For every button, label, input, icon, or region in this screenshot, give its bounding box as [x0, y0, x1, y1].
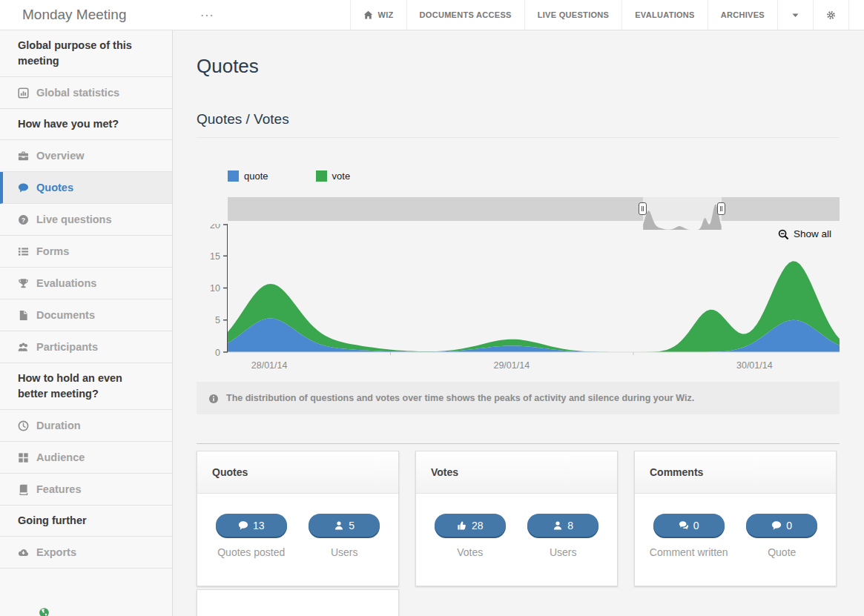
- sidebar: Global purpose of this meetingGlobal sta…: [0, 30, 173, 616]
- stat-pill-quote[interactable]: 0: [746, 514, 817, 537]
- sidebar-item-features[interactable]: Features: [0, 474, 172, 506]
- range-slider[interactable]: [228, 197, 840, 221]
- nav-item-archives[interactable]: ARCHIVES: [708, 0, 777, 30]
- svg-text:29/01/14: 29/01/14: [493, 360, 530, 371]
- stat-label: Quotes posted: [217, 545, 285, 560]
- sidebar-item-global-statistics[interactable]: Global statistics: [0, 77, 172, 109]
- sidebar-item-live-questions[interactable]: ?Live questions: [0, 204, 172, 236]
- sidebar-item-label: Participants: [36, 340, 98, 354]
- nav-item-label: WIZ: [377, 10, 393, 19]
- nav-item-evaluations[interactable]: EVALUATIONS: [621, 0, 708, 30]
- card-body: 0Comment written0Quote: [635, 494, 836, 586]
- card-title: Quotes: [197, 451, 398, 494]
- quotes-votes-chart: 0510152028/01/1429/01/1430/01/14: [197, 224, 840, 374]
- file-icon: [18, 310, 29, 321]
- stat-value: 28: [472, 520, 484, 531]
- title-ellipsis[interactable]: ...: [200, 4, 214, 20]
- stat-users: 5Users: [298, 514, 392, 560]
- nav-item-label: DOCUMENTS ACCESS: [420, 10, 512, 19]
- section-divider: [197, 443, 840, 444]
- legend-label: vote: [332, 170, 351, 182]
- stat-label: Votes: [457, 545, 483, 560]
- card-body: 13Quotes posted5Users: [197, 494, 398, 586]
- stat-pill-votes[interactable]: 28: [435, 514, 506, 537]
- card-title: Comments: [635, 451, 836, 494]
- stat-cards: Quotes13Quotes posted5UsersVotes28Votes8…: [197, 451, 840, 616]
- stat-label: Users: [331, 545, 358, 560]
- sidebar-item-label: Exports: [36, 545, 76, 560]
- sidebar-item-evaluations[interactable]: Evaluations: [0, 268, 172, 299]
- sidebar-header-global-purpose-of-this-meeting: Global purpose of this meeting: [0, 30, 172, 77]
- stat-label: Comment written: [650, 545, 728, 560]
- stat-value: 0: [693, 520, 699, 531]
- sidebar-item-label: Evaluations: [36, 276, 96, 291]
- briefcase-icon: [18, 150, 29, 162]
- card-comments: Comments0Comment written0Quote: [634, 451, 837, 586]
- nav-item-wiz[interactable]: WIZ: [350, 0, 406, 30]
- chart-area: quotevote Show all 0510152028/01/1429/01…: [197, 166, 840, 374]
- sidebar-item-exports[interactable]: Exports: [0, 537, 172, 569]
- legend-swatch-vote: [316, 170, 327, 182]
- slider-handle-right[interactable]: [717, 202, 725, 215]
- thumbs-up-icon: [457, 520, 467, 531]
- zoom-out-icon: [778, 229, 789, 240]
- sidebar-item-label: Forms: [36, 244, 69, 259]
- sidebar-item-participants[interactable]: Participants: [0, 331, 172, 363]
- sidebar-item-overview[interactable]: Overview: [0, 140, 172, 172]
- trophy-icon: [18, 278, 29, 289]
- stat-pill-quotes-posted[interactable]: 13: [216, 514, 287, 537]
- card-partial-below-fold: [197, 589, 399, 616]
- legend-item-quote[interactable]: quote: [228, 170, 268, 182]
- comment-icon: [238, 520, 248, 531]
- svg-text:28/01/14: 28/01/14: [251, 360, 288, 371]
- user-icon: [334, 520, 344, 531]
- nav-item-documents-access[interactable]: DOCUMENTS ACCESS: [406, 0, 524, 30]
- svg-text:15: 15: [210, 251, 220, 262]
- info-note: The distribution of questions and votes …: [197, 382, 840, 414]
- nav-item-dropdown[interactable]: [777, 0, 813, 30]
- sidebar-item-documents[interactable]: Documents: [0, 299, 172, 331]
- home-icon: [363, 10, 373, 20]
- cloud-download-icon: [18, 547, 29, 558]
- sidebar-item-label: Overview: [36, 148, 85, 163]
- sidebar-footer: [0, 569, 172, 616]
- show-all-button[interactable]: Show all: [778, 228, 831, 240]
- nav-item-label: LIVE QUESTIONS: [538, 10, 610, 19]
- stat-pill-comment-written[interactable]: 0: [653, 514, 725, 537]
- book-icon: [18, 484, 29, 495]
- info-icon: [208, 392, 219, 404]
- slider-handle-left[interactable]: [639, 202, 647, 215]
- zoom-out-icon: [778, 228, 789, 240]
- sidebar-header-going-further: Going further: [0, 506, 172, 537]
- slider-selected-window[interactable]: [643, 197, 722, 221]
- stat-pill-users[interactable]: 8: [527, 514, 598, 537]
- nav-item-live-questions[interactable]: LIVE QUESTIONS: [524, 0, 622, 30]
- nav-item-label: ARCHIVES: [721, 10, 765, 19]
- svg-text:0: 0: [215, 348, 220, 358]
- sidebar-item-duration[interactable]: Duration: [0, 410, 172, 442]
- info-note-text: The distribution of questions and votes …: [226, 392, 694, 404]
- stat-pill-users[interactable]: 5: [309, 514, 380, 537]
- sidebar-item-label: Quotes: [36, 180, 73, 195]
- stat-label: Quote: [768, 545, 796, 560]
- meeting-title[interactable]: Monday Meeting: [0, 0, 126, 30]
- legend-label: quote: [244, 170, 268, 182]
- comments-icon: [679, 520, 689, 531]
- sidebar-item-label: Global statistics: [36, 85, 119, 100]
- comment-icon: [771, 520, 782, 531]
- nav-item-settings[interactable]: [813, 0, 849, 30]
- stat-comment-written: 0Comment written: [642, 514, 736, 560]
- stat-value: 8: [567, 520, 573, 531]
- nav-item-label: EVALUATIONS: [635, 10, 695, 19]
- sidebar-item-audience[interactable]: Audience: [0, 442, 172, 474]
- show-all-label: Show all: [794, 228, 831, 239]
- cards-column-1: Quotes13Quotes posted5Users: [197, 451, 399, 616]
- sidebar-item-forms[interactable]: Forms: [0, 236, 172, 268]
- stat-value: 5: [349, 520, 354, 531]
- card-votes: Votes28Votes8Users: [415, 451, 618, 586]
- svg-text:10: 10: [210, 283, 220, 294]
- sidebar-item-quotes[interactable]: Quotes: [0, 172, 172, 204]
- stat-quote: 0Quote: [736, 514, 829, 560]
- legend-item-vote[interactable]: vote: [316, 170, 351, 182]
- info-icon: [208, 394, 219, 404]
